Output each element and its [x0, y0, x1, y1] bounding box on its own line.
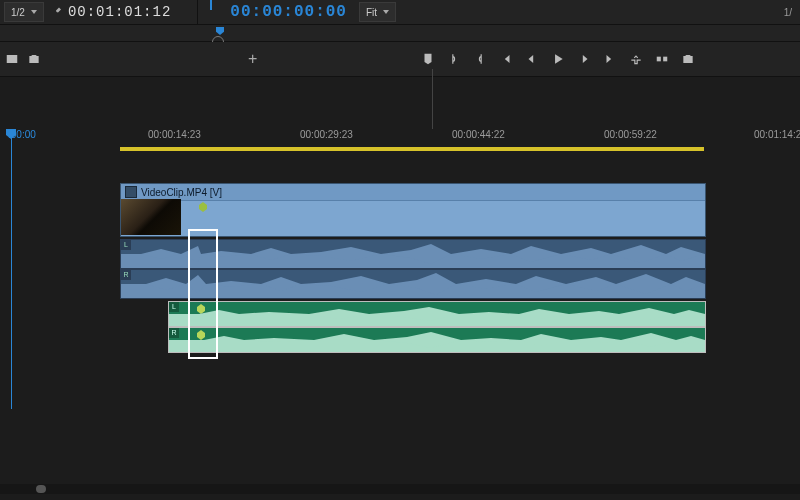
step-forward-icon[interactable]: [576, 51, 592, 67]
time-ruler[interactable]: :00:00 00:00:14:23 00:00:29:23 00:00:44:…: [0, 129, 800, 155]
video-clip-label: VideoClip.MP4 [V]: [141, 187, 222, 198]
ruler-tick-3: 00:00:59:22: [604, 129, 657, 140]
svg-point-0: [32, 58, 36, 62]
mini-scrubber-row: [0, 25, 800, 42]
ruler-tick-2: 00:00:44:22: [452, 129, 505, 140]
center-divider: [432, 69, 433, 129]
waveform-green-right: [169, 328, 705, 352]
fx-badge-icon[interactable]: [125, 186, 137, 198]
export-frame-2-icon[interactable]: [680, 51, 696, 67]
work-area-bar[interactable]: [120, 147, 704, 151]
add-button[interactable]: +: [248, 50, 257, 68]
waveform-linked-left: [121, 240, 705, 268]
ruler-tick-1: 00:00:29:23: [300, 129, 353, 140]
transport-controls: [420, 51, 696, 67]
svg-rect-1: [657, 57, 661, 62]
waveform-green-left: [169, 302, 705, 326]
waveform-linked-right: [121, 270, 705, 298]
export-frame-icon[interactable]: [4, 51, 20, 67]
linked-audio-left[interactable]: L: [120, 239, 706, 269]
mark-out-icon[interactable]: [472, 51, 488, 67]
go-to-in-icon[interactable]: [498, 51, 514, 67]
source-monitor-toolbar: 1/2 00:01:01:12 00:00:00:00 Fit 1/: [0, 0, 800, 25]
program-resolution-label: 1/: [784, 7, 792, 18]
playback-resolution-dropdown[interactable]: 1/2: [4, 2, 44, 22]
video-clip-header: VideoClip.MP4 [V]: [121, 184, 705, 201]
ruler-tick-4: 00:01:14:22: [754, 129, 800, 140]
svg-rect-2: [663, 57, 667, 62]
audio-clip-left[interactable]: L: [168, 301, 706, 327]
svg-point-3: [686, 58, 690, 62]
source-timecode: 00:01:01:12: [68, 4, 171, 20]
playback-resolution-label: 1/2: [11, 7, 25, 18]
extract-icon[interactable]: [654, 51, 670, 67]
video-clip[interactable]: VideoClip.MP4 [V]: [120, 183, 706, 237]
play-icon[interactable]: [550, 51, 566, 67]
zoom-fit-dropdown[interactable]: Fit: [359, 2, 396, 22]
keyframe-marker[interactable]: [199, 202, 207, 212]
program-scrub-mini[interactable]: [204, 0, 224, 24]
zoom-fit-label: Fit: [366, 7, 377, 18]
mark-in-icon[interactable]: [446, 51, 462, 67]
playhead-line: [11, 129, 12, 409]
program-timecode: 00:00:00:00: [230, 3, 347, 21]
lift-icon[interactable]: [628, 51, 644, 67]
audio-clip-right[interactable]: R: [168, 327, 706, 353]
ruler-tick-0: 00:00:14:23: [148, 129, 201, 140]
step-back-icon[interactable]: [524, 51, 540, 67]
timeline-scroll-thumb[interactable]: [36, 485, 46, 493]
add-marker-icon[interactable]: [420, 51, 436, 67]
timeline-horizontal-scrollbar[interactable]: [0, 484, 800, 494]
transport-toolbar: +: [0, 42, 800, 77]
panel-divider: [197, 0, 198, 24]
video-clip-thumbnail: [121, 199, 181, 235]
snapshot-icon[interactable]: [26, 51, 42, 67]
linked-audio-right[interactable]: R: [120, 269, 706, 299]
settings-wrench-icon[interactable]: [50, 6, 62, 18]
go-to-out-icon[interactable]: [602, 51, 618, 67]
mini-playhead[interactable]: [216, 27, 224, 35]
